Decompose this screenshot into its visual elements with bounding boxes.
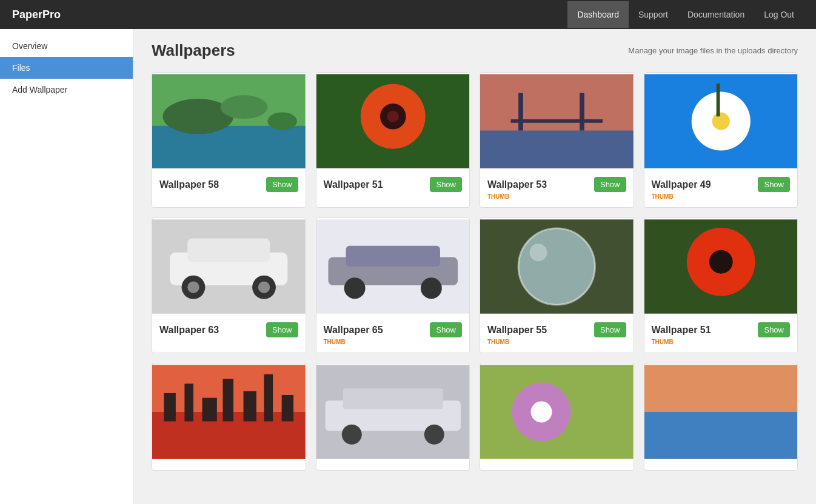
- nav-dashboard[interactable]: Dashboard: [567, 1, 629, 28]
- svg-rect-38: [164, 393, 175, 422]
- wallpaper-thumbnail-49: [644, 73, 798, 172]
- wallpaper-badge-55: THUMB: [480, 337, 634, 345]
- svg-rect-44: [282, 395, 293, 422]
- wallpaper-thumbnail-51a: [316, 73, 470, 172]
- wallpaper-info-58: Wallpaper 58Show: [152, 172, 306, 192]
- wallpaper-name-51a: Wallpaper 51: [324, 179, 426, 190]
- svg-point-28: [344, 277, 365, 299]
- svg-point-31: [518, 228, 595, 305]
- wallpaper-grid: Wallpaper 58Show Wallpaper 51Show Wallpa…: [152, 72, 798, 471]
- wallpaper-thumbnail-58: [152, 73, 306, 172]
- wallpaper-card-58: Wallpaper 58Show: [152, 72, 306, 208]
- brand-logo: PaperPro: [12, 8, 567, 21]
- wallpaper-name-65: Wallpaper 65: [324, 325, 426, 336]
- wallpaper-thumbnail-r1: [152, 363, 306, 463]
- page-subtitle: Manage your image files in the uploads d…: [628, 46, 798, 55]
- wallpaper-name-49: Wallpaper 49: [652, 179, 754, 190]
- page-header: Wallpapers Manage your image files in th…: [152, 41, 798, 60]
- svg-point-24: [258, 281, 270, 293]
- wallpaper-card-55: Wallpaper 55ShowTHUMB: [480, 217, 634, 353]
- wallpaper-thumbnail-r3: [480, 363, 634, 463]
- wallpaper-name-63: Wallpaper 63: [159, 325, 261, 336]
- wallpaper-info-55: Wallpaper 55Show: [480, 317, 634, 337]
- wallpaper-badge-49: THUMB: [644, 192, 798, 200]
- svg-point-8: [387, 111, 398, 122]
- show-button-53[interactable]: Show: [594, 177, 626, 192]
- svg-rect-10: [480, 131, 634, 168]
- wallpaper-badge-65: THUMB: [316, 337, 470, 345]
- wallpaper-info-63: Wallpaper 63Show: [152, 317, 306, 337]
- show-button-49[interactable]: Show: [758, 177, 790, 192]
- nav-links: Dashboard Support Documentation Log Out: [567, 1, 804, 28]
- svg-point-16: [712, 112, 729, 130]
- sidebar-item-files[interactable]: Files: [0, 57, 133, 79]
- nav-documentation[interactable]: Documentation: [678, 1, 754, 28]
- wallpaper-thumbnail-65: [316, 218, 470, 317]
- wallpaper-card-53: Wallpaper 53ShowTHUMB: [480, 72, 634, 208]
- wallpaper-info-51b: Wallpaper 51Show: [644, 317, 798, 337]
- svg-rect-1: [152, 126, 306, 168]
- wallpaper-thumbnail-51b: [644, 218, 798, 317]
- svg-point-35: [709, 250, 732, 274]
- wallpaper-info-49: Wallpaper 49Show: [644, 172, 798, 192]
- top-navigation: PaperPro Dashboard Support Documentation…: [0, 0, 816, 29]
- svg-point-52: [531, 402, 552, 423]
- show-button-55[interactable]: Show: [594, 322, 626, 337]
- svg-point-49: [424, 425, 444, 445]
- wallpaper-card-65: Wallpaper 65ShowTHUMB: [316, 217, 470, 353]
- svg-rect-39: [184, 383, 193, 421]
- nav-support[interactable]: Support: [629, 1, 678, 28]
- sidebar-item-overview[interactable]: Overview: [0, 35, 133, 57]
- wallpaper-info-53: Wallpaper 53Show: [480, 172, 634, 192]
- show-button-63[interactable]: Show: [266, 322, 298, 337]
- svg-point-3: [221, 95, 268, 119]
- wallpaper-thumbnail-r2: [316, 363, 470, 463]
- wallpaper-card-r2: [316, 363, 470, 471]
- svg-rect-42: [244, 391, 256, 422]
- svg-point-48: [341, 425, 361, 445]
- svg-point-4: [267, 112, 297, 130]
- page-title: Wallpapers: [152, 41, 235, 60]
- show-button-58[interactable]: Show: [266, 177, 298, 192]
- wallpaper-thumbnail-55: [480, 218, 634, 317]
- svg-rect-13: [511, 119, 603, 123]
- sidebar-item-add-wallpaper[interactable]: Add Wallpaper: [0, 79, 133, 101]
- wallpaper-card-r1: [152, 363, 306, 471]
- svg-rect-43: [264, 374, 273, 422]
- sidebar: Overview Files Add Wallpaper: [0, 29, 133, 504]
- wallpaper-thumbnail-63: [152, 218, 306, 317]
- wallpaper-name-51b: Wallpaper 51: [652, 325, 754, 336]
- svg-rect-47: [343, 388, 443, 409]
- svg-rect-41: [223, 379, 233, 422]
- wallpaper-card-51b: Wallpaper 51ShowTHUMB: [644, 217, 798, 353]
- svg-rect-27: [346, 246, 440, 267]
- wallpaper-name-58: Wallpaper 58: [159, 179, 261, 190]
- page-layout: Overview Files Add Wallpaper Wallpapers …: [0, 29, 816, 504]
- show-button-65[interactable]: Show: [430, 322, 462, 337]
- wallpaper-card-63: Wallpaper 63Show: [152, 217, 306, 353]
- svg-rect-54: [644, 412, 798, 459]
- wallpaper-thumbnail-53: [480, 73, 634, 172]
- wallpaper-card-r4: [644, 363, 798, 471]
- svg-rect-17: [716, 84, 720, 116]
- svg-point-22: [187, 281, 199, 293]
- wallpaper-badge-51b: THUMB: [644, 337, 798, 345]
- svg-rect-40: [202, 398, 217, 422]
- wallpaper-info-65: Wallpaper 65Show: [316, 317, 470, 337]
- show-button-51a[interactable]: Show: [430, 177, 462, 192]
- svg-point-32: [529, 244, 547, 261]
- wallpaper-name-53: Wallpaper 53: [487, 179, 589, 190]
- wallpaper-thumbnail-r4: [644, 363, 798, 463]
- wallpaper-card-49: Wallpaper 49ShowTHUMB: [644, 72, 798, 208]
- main-content: Wallpapers Manage your image files in th…: [133, 29, 816, 504]
- svg-rect-11: [518, 93, 523, 130]
- svg-rect-12: [580, 93, 584, 130]
- show-button-51b[interactable]: Show: [758, 322, 790, 337]
- nav-logout[interactable]: Log Out: [754, 1, 804, 28]
- wallpaper-badge-53: THUMB: [480, 192, 634, 200]
- svg-point-29: [420, 277, 441, 299]
- svg-rect-20: [187, 238, 270, 262]
- wallpaper-card-r3: [480, 363, 634, 471]
- wallpaper-card-51a: Wallpaper 51Show: [316, 72, 470, 208]
- wallpaper-info-51a: Wallpaper 51Show: [316, 172, 470, 192]
